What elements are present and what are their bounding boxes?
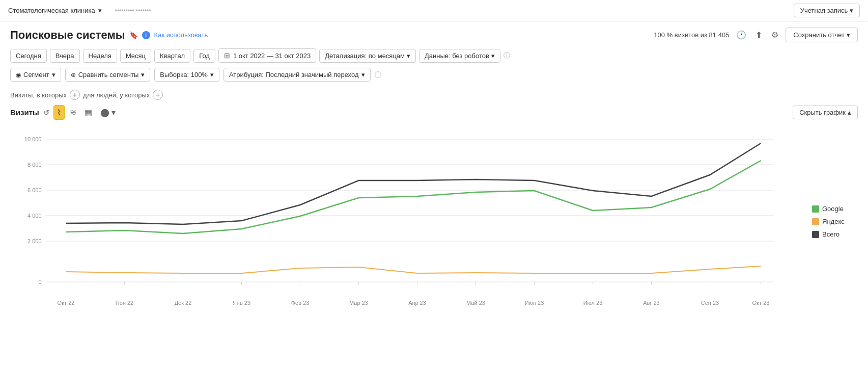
bookmark-icon[interactable]: 🔖 [129,31,138,39]
legend-yandex: Яндекс [812,218,858,225]
segment-chevron-icon: ▾ [52,71,55,79]
svg-text:4 000: 4 000 [27,213,42,219]
svg-text:8 000: 8 000 [27,162,42,168]
add-people-condition-button[interactable]: + [153,90,163,100]
legend-color-total [812,231,819,238]
week-button[interactable]: Неделя [83,49,117,63]
svg-text:Янв 23: Янв 23 [233,300,250,306]
compare-segments-button[interactable]: ⊕ Сравнить сегменты ▾ [65,68,151,82]
info-icon: i [142,31,150,39]
svg-text:Авг 23: Авг 23 [643,300,659,306]
title-left: Поисковые системы 🔖 i Как использовать [10,29,208,42]
attribution-chevron-icon: ▾ [361,71,365,79]
data-info-icon[interactable]: ⓘ [503,51,510,60]
compare-chevron-icon: ▾ [141,71,145,79]
settings-button[interactable]: ⚙ [769,28,780,42]
bar-chart-button[interactable]: ▦ [81,106,95,119]
hide-chart-chevron-icon: ▴ [848,109,851,116]
save-report-button[interactable]: Сохранить отчет ▾ [786,28,858,42]
account-button[interactable]: Учетная запись ▾ [794,4,860,17]
svg-text:Дек 22: Дек 22 [175,300,192,306]
bubble-chart-button[interactable]: ⬤ ▾ [97,106,119,119]
quarter-button[interactable]: Квартал [154,49,190,63]
save-chevron-icon: ▾ [847,31,850,39]
page-content: Поисковые системы 🔖 i Как использовать 1… [0,21,868,325]
detail-button[interactable]: Детализация: по месяцам ▾ [319,49,416,63]
year-button[interactable]: Год [193,49,215,63]
visit-filter-row: Визиты, в которых + для людей, у которых… [10,90,858,100]
segment-button[interactable]: ◉ Сегмент ▾ [10,68,61,82]
line-chart-button[interactable]: ⌇ [53,105,65,120]
date-filter-row: Сегодня Вчера Неделя Месяц Квартал Год ⊞… [10,48,858,63]
for-people-label: для людей, у которых [83,91,150,99]
segment-label: Сегмент [23,71,49,79]
how-to-use-link[interactable]: Как использовать [154,31,208,39]
legend-color-google [812,205,819,213]
svg-text:Май 23: Май 23 [466,300,485,306]
clinic-selector[interactable]: Стоматологическая клиника ▾ ••••••••• ••… [8,7,151,14]
history-button[interactable]: 🕐 [734,28,748,42]
account-section: Учетная запись ▾ [794,4,860,17]
today-button[interactable]: Сегодня [10,49,47,63]
svg-text:Апр 23: Апр 23 [408,300,426,306]
clinic-chevron-icon: ▾ [98,7,102,14]
visits-info: 100 % визитов из 81 405 [654,31,729,39]
share-button[interactable]: ⬆ [753,28,764,42]
legend-total: Всего [812,230,858,238]
sample-button[interactable]: Выборка: 100% ▾ [154,68,219,82]
data-type-button[interactable]: Данные: без роботов ▾ [419,49,500,63]
attribution-info-icon[interactable]: ⓘ [375,70,381,80]
svg-text:Мар 23: Мар 23 [349,300,368,306]
data-type-chevron-icon: ▾ [491,52,495,60]
clinic-name: Стоматологическая клиника [8,7,95,14]
chart-area: 10 000 8 000 6 000 4 000 2 000 0 Окт 22 … [10,124,858,319]
chart-header: Визиты ↺ ⌇ ≋ ▦ ⬤ ▾ Скрыть график ▴ [10,105,858,120]
data-type-label: Данные: без роботов [425,52,489,60]
refresh-icon[interactable]: ↺ [43,109,49,117]
attribution-button[interactable]: Атрибуция: Последний значимый переход ▾ [223,68,371,82]
chart-tools: ⌇ ≋ ▦ ⬤ ▾ [53,105,119,120]
svg-text:6 000: 6 000 [27,187,42,193]
chart-legend: Google Яндекс Всего [812,124,858,319]
svg-text:Июл 23: Июл 23 [583,300,603,306]
add-visit-condition-button[interactable]: + [70,90,80,100]
hide-chart-label: Скрыть график [799,109,846,116]
chart-title-text: Визиты [10,108,39,117]
yesterday-button[interactable]: Вчера [50,49,80,63]
clinic-id-placeholder: ••••••••• ••••••• [115,7,151,14]
title-row: Поисковые системы 🔖 i Как использовать 1… [10,28,858,42]
title-right: 100 % визитов из 81 405 🕐 ⬆ ⚙ Сохранить … [654,28,858,42]
detail-label: Детализация: по месяцам [325,52,405,60]
hide-chart-button[interactable]: Скрыть график ▴ [793,106,858,119]
legend-google: Google [812,205,858,213]
attribution-label: Атрибуция: Последний значимый переход [229,71,359,79]
svg-text:10 000: 10 000 [24,136,42,142]
account-label: Учетная запись ▾ [800,7,853,14]
sample-label: Выборка: 100% [160,71,208,79]
svg-text:2 000: 2 000 [27,238,42,244]
svg-text:Окт 23: Окт 23 [752,300,770,306]
chart-title-section: Визиты ↺ ⌇ ≋ ▦ ⬤ ▾ [10,105,119,120]
calendar-icon: ⊞ [224,51,230,60]
svg-text:Окт 22: Окт 22 [58,300,75,306]
segment-row: ◉ Сегмент ▾ ⊕ Сравнить сегменты ▾ Выборк… [10,68,858,82]
compare-label: Сравнить сегменты [78,71,139,79]
compare-icon: ⊕ [71,71,76,79]
detail-chevron-icon: ▾ [407,52,410,60]
page-title: Поисковые системы [10,29,125,42]
svg-text:Ноя 22: Ноя 22 [116,300,133,306]
sample-chevron-icon: ▾ [210,71,214,79]
legend-label-yandex: Яндекс [822,218,845,225]
svg-text:Июн 23: Июн 23 [525,300,544,306]
date-range-button[interactable]: ⊞ 1 окт 2022 — 31 окт 2023 [218,48,316,63]
segment-icon: ◉ [16,71,21,79]
legend-label-google: Google [822,205,844,213]
chart-svg: 10 000 8 000 6 000 4 000 2 000 0 Окт 22 … [10,124,804,319]
svg-text:0: 0 [38,279,41,285]
smooth-chart-button[interactable]: ≋ [67,106,79,119]
date-range-label: 1 окт 2022 — 31 окт 2023 [233,52,311,60]
visits-in-label: Визиты, в которых [10,91,67,99]
month-button[interactable]: Месяц [120,49,151,63]
legend-label-total: Всего [822,230,839,238]
svg-text:Фев 23: Фев 23 [291,300,310,306]
